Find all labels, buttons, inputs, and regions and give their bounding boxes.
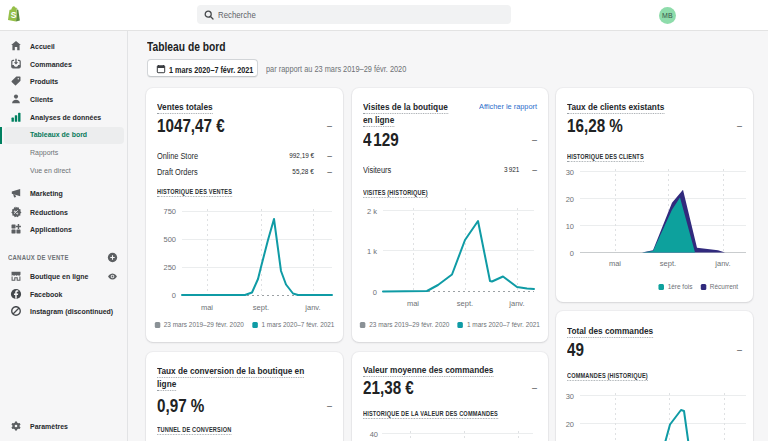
svg-text:mai: mai [201,303,213,312]
svg-text:0: 0 [172,291,176,300]
svg-text:0: 0 [373,288,377,297]
svg-text:1 k: 1 k [367,247,377,256]
svg-text:janv.: janv. [304,303,320,312]
svg-text:S: S [11,10,17,20]
svg-text:2 k: 2 k [367,207,377,216]
svg-text:30: 30 [566,168,574,177]
svg-text:500: 500 [163,235,176,244]
svg-text:20: 20 [566,420,574,429]
svg-text:10: 10 [566,222,574,231]
svg-text:250: 250 [163,263,176,272]
svg-text:750: 750 [163,207,176,216]
svg-text:40: 40 [370,430,378,439]
svg-text:mai: mai [609,259,621,268]
svg-text:sept.: sept. [660,259,676,268]
svg-text:sept.: sept. [457,299,473,308]
svg-text:sept.: sept. [253,303,269,312]
svg-text:janv.: janv. [714,259,730,268]
svg-text:30: 30 [566,392,574,401]
svg-text:mai: mai [407,299,419,308]
svg-text:20: 20 [566,195,574,204]
svg-text:janv.: janv. [508,299,524,308]
svg-text:0: 0 [570,249,574,258]
